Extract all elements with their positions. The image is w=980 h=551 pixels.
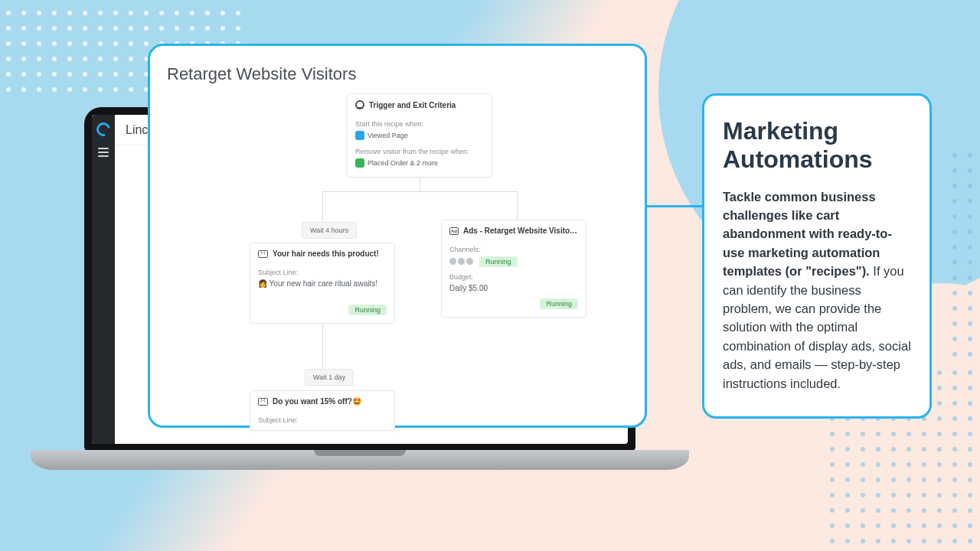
ads-status: Running [540, 298, 578, 309]
laptop-notch [314, 450, 406, 456]
laptop-base [31, 450, 689, 470]
feature-callout: Marketing Automations Tackle common busi… [702, 93, 932, 419]
trigger-start-value: Viewed Page [355, 131, 408, 140]
ads-budget-label: Budget: [449, 273, 578, 281]
menu-icon[interactable] [98, 152, 109, 153]
email2-header: Do you want 15% off?🤩 [250, 391, 394, 412]
ads-title: Ads - Retarget Website Visitors - 202... [463, 227, 578, 235]
dot-grid-right [952, 153, 980, 357]
ads-card[interactable]: Ad Ads - Retarget Website Visitors - 202… [441, 220, 586, 318]
email1-subject-label: Subject Line: [258, 269, 387, 276]
connector [322, 191, 323, 222]
trigger-start-label: Start this recipe when: [355, 120, 484, 128]
trigger-card[interactable]: Trigger and Exit Criteria Start this rec… [347, 93, 492, 178]
email2-subject-label: Subject Line: [258, 416, 387, 424]
trigger-exit-label: Remove visitor from the recipe when: [355, 148, 484, 155]
email1-title: Your hair needs this product! [273, 249, 379, 258]
wait-node-1[interactable]: Wait 4 hours [302, 222, 357, 239]
email-card-1[interactable]: Your hair needs this product! Subject Li… [250, 243, 395, 324]
mail-icon [258, 250, 268, 258]
callout-connector [647, 205, 702, 207]
callout-lead: Tackle common business challenges like c… [723, 190, 892, 279]
app-title: Linc [126, 123, 148, 137]
mail-icon [258, 398, 268, 406]
callout-heading: Marketing Automations [723, 117, 911, 174]
connector [322, 191, 517, 192]
trigger-header: Trigger and Exit Criteria [348, 94, 492, 116]
email1-subject-value: 👩 Your new hair care ritual awaits! [258, 279, 387, 288]
ads-channels-label: Channels: [449, 246, 578, 253]
connector [322, 317, 323, 369]
viewed-page-icon [355, 131, 364, 140]
person-icon [355, 100, 364, 109]
flow-canvas: Trigger and Exit Criteria Start this rec… [167, 93, 628, 415]
trigger-exit-value: Placed Order & 2 more [355, 158, 438, 168]
app-logo-icon [94, 120, 113, 139]
wait-node-2[interactable]: Wait 1 day [305, 369, 354, 386]
ads-header: Ad Ads - Retarget Website Visitors - 202… [442, 220, 586, 241]
connector [517, 191, 518, 220]
email1-status: Running [348, 305, 387, 315]
ads-budget-value: Daily $5.00 [449, 284, 578, 292]
channel-icons [449, 258, 475, 266]
panel-title: Retarget Website Visitors [167, 64, 628, 84]
placed-order-icon [355, 158, 364, 168]
automation-panel: Retarget Website Visitors Trigger and Ex… [148, 44, 647, 428]
email2-title: Do you want 15% off?🤩 [273, 397, 361, 406]
email1-header: Your hair needs this product! [250, 243, 394, 264]
app-sidebar [92, 115, 115, 444]
ad-icon: Ad [449, 227, 459, 235]
ads-channels-status: Running [479, 256, 518, 267]
callout-body: If you can identify the business problem… [723, 264, 911, 390]
trigger-title: Trigger and Exit Criteria [369, 101, 456, 109]
email-card-2[interactable]: Do you want 15% off?🤩 Subject Line: [250, 390, 395, 431]
